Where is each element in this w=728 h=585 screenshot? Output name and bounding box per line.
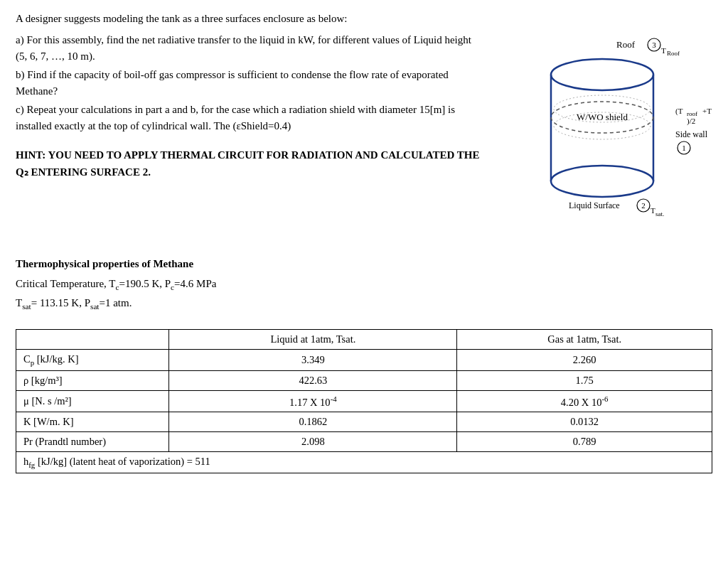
col1-header <box>16 329 169 349</box>
table-row: Pr (Prandtl number) 2.098 0.789 <box>16 432 712 452</box>
cp-liquid: 3.349 <box>169 349 457 370</box>
intro-text: A designer suggests modeling the tank as… <box>16 13 712 25</box>
svg-text:+T: +T <box>702 107 712 115</box>
hint-text: HINT: YOU NEED TO APPLY THERMAL CIRCUIT … <box>16 146 485 181</box>
mu-liquid: 1.17 X 10-4 <box>169 390 457 412</box>
svg-text:Liquid Surface: Liquid Surface <box>569 200 620 210</box>
table-footer: hfg [kJ/kg] (latent heat of vaporization… <box>16 452 712 473</box>
part-a: a) For this assembly, find the net radia… <box>16 32 485 64</box>
svg-point-4 <box>551 59 653 90</box>
rho-gas: 1.75 <box>457 370 712 390</box>
properties-table: Liquid at 1atm, Tsat. Gas at 1atm, Tsat.… <box>16 329 712 474</box>
svg-point-11 <box>551 166 653 197</box>
prop-cp: Cp [kJ/kg. K] <box>16 349 169 370</box>
prop-k: K [W/m. K] <box>16 412 169 432</box>
svg-text:3: 3 <box>652 41 656 49</box>
svg-text:T: T <box>651 206 655 215</box>
k-gas: 0.0132 <box>457 412 712 432</box>
thermo-title: Thermophysical properties of Methane <box>16 255 712 274</box>
svg-text:Roof: Roof <box>667 50 680 57</box>
prop-mu: μ [N. s /m²] <box>16 390 169 412</box>
cp-gas: 2.260 <box>457 349 712 370</box>
table-row: μ [N. s /m²] 1.17 X 10-4 4.20 X 10-6 <box>16 390 712 412</box>
col2-header: Liquid at 1atm, Tsat. <box>169 329 457 349</box>
mu-gas: 4.20 X 10-6 <box>457 390 712 412</box>
prop-rho: ρ [kg/m³] <box>16 370 169 390</box>
thermo-properties: Thermophysical properties of Methane Cri… <box>16 255 712 313</box>
svg-text:sat.: sat. <box>655 210 664 218</box>
roof-label: Roof <box>616 39 636 50</box>
thermo-line1: Critical Temperature, Tc=190.5 K, Pc=4.6… <box>16 275 712 294</box>
col3-header: Gas at 1atm, Tsat. <box>457 329 712 349</box>
table-row: ρ [kg/m³] 422.63 1.75 <box>16 370 712 390</box>
table-row: Cp [kJ/kg. K] 3.349 2.260 <box>16 349 712 370</box>
svg-text:(T: (T <box>675 107 683 116</box>
main-content: a) For this assembly, find the net radia… <box>16 32 712 245</box>
part-c: c) Repeat your calculations in part a an… <box>16 102 485 134</box>
svg-text:T: T <box>661 46 666 55</box>
prop-pr: Pr (Prandtl number) <box>16 432 169 452</box>
svg-text:1: 1 <box>682 144 686 152</box>
pr-liquid: 2.098 <box>169 432 457 452</box>
tank-diagram: Roof 3 T Roof W/WO shield (T roof <box>492 32 712 245</box>
table-footer-row: hfg [kJ/kg] (latent heat of vaporization… <box>16 452 712 473</box>
svg-text:2: 2 <box>641 201 646 210</box>
part-b: b) Find if the capacity of boil-off gas … <box>16 67 485 99</box>
pr-gas: 0.789 <box>457 432 712 452</box>
tank-svg: Roof 3 T Roof W/WO shield (T roof <box>492 32 712 245</box>
table-row: K [W/m. K] 0.1862 0.0132 <box>16 412 712 432</box>
left-text-panel: a) For this assembly, find the net radia… <box>16 32 485 245</box>
svg-text:Side wall: Side wall <box>675 129 708 139</box>
k-liquid: 0.1862 <box>169 412 457 432</box>
rho-liquid: 422.63 <box>169 370 457 390</box>
thermo-line2: Tsat= 113.15 K, Psat=1 atm. <box>16 294 712 313</box>
svg-text:)/2: )/2 <box>687 117 695 126</box>
